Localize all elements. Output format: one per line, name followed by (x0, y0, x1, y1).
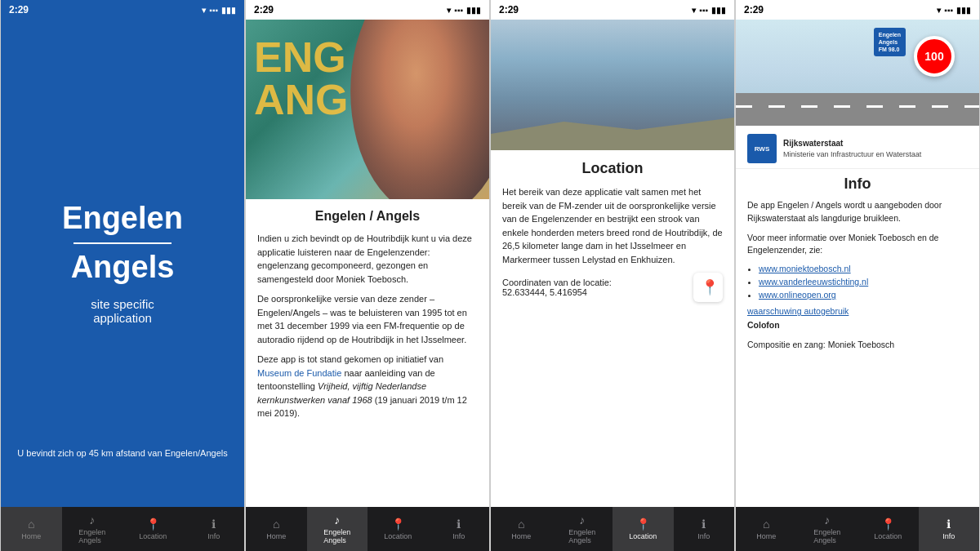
tab-info-3[interactable]: ℹ Info (674, 507, 735, 551)
tab-location-3[interactable]: 📍 Location (612, 507, 674, 551)
tab-bar-3: ⌂ Home ♪ EngelenAngels 📍 Location ℹ Info (491, 507, 734, 551)
battery-icon: ▮▮▮ (221, 6, 236, 15)
location-heading: Location (502, 160, 723, 177)
rws-emblem: RWS (747, 134, 777, 163)
status-icons-3: ▾ ▪▪▪ ▮▮▮ (692, 6, 726, 15)
wifi-icon-3: ▾ (692, 6, 696, 15)
status-icons-1: ▾ ▪▪▪ ▮▮▮ (202, 6, 236, 15)
home-title: Engelen Angels (62, 202, 183, 285)
home-icon-2: ⌂ (273, 518, 279, 531)
link-moniek[interactable]: www.moniektoebosch.nl (759, 264, 851, 273)
location-icon-4: 📍 (881, 518, 895, 531)
coords-label: Coordinaten van de locatie: (502, 278, 612, 287)
signal-icon: ▪▪▪ (209, 6, 218, 15)
info-icon-4: ℹ (947, 518, 951, 531)
tab-bar-1: ⌂ Home ♪ EngelenAngels 📍 Location ℹ Info (1, 507, 244, 551)
tab-info-2[interactable]: ℹ Info (429, 507, 490, 551)
status-bar-2: 2:29 ▾ ▪▪▪ ▮▮▮ (246, 0, 489, 20)
tab-info-1[interactable]: ℹ Info (184, 507, 245, 551)
tab-home-3[interactable]: ⌂ Home (491, 507, 552, 551)
tab-home-4[interactable]: ⌂ Home (736, 507, 797, 551)
coords-text: Coordinaten van de locatie: 52.633444, 5… (502, 278, 612, 297)
status-icons-4: ▾ ▪▪▪ ▮▮▮ (937, 6, 971, 15)
home-subtitle: site specificapplication (91, 297, 154, 325)
info-screen: 100 EngelenAngelsFM 98.0 RWS Rijkswaters… (736, 20, 979, 507)
info-para1: De app Engelen / Angels wordt u aangebod… (747, 199, 968, 225)
engelen-screen: ENGANG Engelen / Angels Indien u zich be… (246, 20, 489, 507)
info-para2: Voor meer informatie over Moniek Toebosc… (747, 232, 968, 258)
tab-bar-4: ⌂ Home ♪ EngelenAngels 📍 Location ℹ Info (736, 507, 979, 551)
phone-info: 2:29 ▾ ▪▪▪ ▮▮▮ 100 EngelenAngelsFM 98.0 … (735, 0, 980, 551)
home-distance: U bevindt zich op 45 km afstand van Enge… (1, 448, 244, 458)
link-onlineopen[interactable]: www.onlineopen.org (759, 290, 836, 300)
link-vanderleeuw[interactable]: www.vanderleeuwstichting.nl (759, 277, 868, 287)
tab-location-4[interactable]: 📍 Location (858, 507, 919, 551)
colofon-text: Compositie en zang: Moniek Toebosch (747, 339, 968, 352)
home-divider (74, 242, 172, 244)
phone-engelen: 2:29 ▾ ▪▪▪ ▮▮▮ ENGANG Engelen / Angels I… (245, 0, 490, 551)
location-screen: Location Het bereik van deze applicatie … (491, 20, 734, 507)
wifi-icon: ▾ (202, 6, 206, 15)
tab-engelen-3[interactable]: ♪ EngelenAngels (552, 507, 613, 551)
info-icon-2: ℹ (457, 518, 461, 531)
hero-text: ENGANG (254, 36, 349, 121)
info-icon-3: ℹ (702, 518, 706, 531)
museum-link[interactable]: Museum de Fundatie (257, 368, 341, 378)
rws-logo-row: RWS Rijkswaterstaat Ministerie van Infra… (736, 126, 979, 169)
time-2: 2:29 (254, 4, 274, 16)
coords-value: 52.633444, 5.416954 (502, 287, 612, 297)
tab-location-1[interactable]: 📍 Location (122, 507, 184, 551)
tab-location-2[interactable]: 📍 Location (368, 507, 429, 551)
engelen-hero-image: ENGANG (246, 20, 489, 199)
wifi-icon-2: ▾ (447, 6, 451, 15)
tab-engelen-4[interactable]: ♪ EngelenAngels (797, 507, 858, 551)
tab-engelen-2[interactable]: ♪ EngelenAngels (307, 507, 368, 551)
phone-home: 2:29 ▾ ▪▪▪ ▮▮▮ Engelen Angels site speci… (0, 0, 245, 551)
engelen-scroll[interactable]: Engelen / Angels Indien u zich bevindt o… (246, 199, 489, 507)
tab-engelen-1[interactable]: ♪ EngelenAngels (62, 507, 123, 551)
info-hero-image: 100 EngelenAngelsFM 98.0 (736, 20, 979, 126)
colofon-header: Colofon (747, 319, 968, 332)
engelen-para2: De oorspronkelijke versie van deze zende… (257, 292, 478, 346)
tab-bar-2: ⌂ Home ♪ EngelenAngels 📍 Location ℹ Info (246, 507, 489, 551)
engelen-para3: Deze app is tot stand gekomen op initiat… (257, 353, 478, 420)
exhibition-title: Vrijheid, vijftig Nederlandse kernkunstw… (257, 381, 426, 405)
engelen-para1: Indien u zich bevindt op de Houtribdijk … (257, 232, 478, 286)
time-3: 2:29 (499, 4, 519, 16)
google-maps-button[interactable]: 📍 (693, 273, 723, 302)
phone-location: 2:29 ▾ ▪▪▪ ▮▮▮ Location Het bereik van d… (490, 0, 735, 551)
wifi-icon-4: ▾ (937, 6, 941, 15)
home-icon-3: ⌂ (518, 518, 524, 531)
info-scroll[interactable]: Info De app Engelen / Angels wordt u aan… (736, 169, 979, 507)
status-bar-4: 2:29 ▾ ▪▪▪ ▮▮▮ (736, 0, 979, 20)
home-main: Engelen Angels site specificapplication (1, 20, 244, 507)
tab-home-2[interactable]: ⌂ Home (246, 507, 307, 551)
location-hero-image (491, 20, 734, 150)
engelen-icon-3: ♪ (579, 513, 585, 527)
engelen-icon-4: ♪ (824, 513, 830, 527)
info-links-list: www.moniektoebosch.nl www.vanderleeuwsti… (759, 264, 968, 300)
engelen-icon: ♪ (89, 513, 95, 527)
battery-icon-2: ▮▮▮ (466, 6, 481, 15)
warning-link[interactable]: waarschuwing autogebruik (747, 306, 849, 316)
time-1: 2:29 (9, 4, 29, 16)
engelen-icon-2: ♪ (334, 513, 340, 527)
road (736, 93, 979, 126)
coords-row: Coordinaten van de locatie: 52.633444, 5… (502, 273, 723, 302)
signal-icon-2: ▪▪▪ (454, 6, 463, 15)
location-icon-2: 📍 (391, 518, 405, 531)
home-icon-4: ⌂ (763, 518, 769, 531)
tab-info-4[interactable]: ℹ Info (919, 507, 980, 551)
signal-icon-4: ▪▪▪ (944, 6, 953, 15)
location-icon-3: 📍 (636, 518, 650, 531)
engelen-heading: Engelen / Angels (257, 209, 478, 224)
home-screen: Engelen Angels site specificapplication … (1, 20, 244, 507)
time-4: 2:29 (744, 4, 764, 16)
battery-icon-4: ▮▮▮ (956, 6, 971, 15)
location-scroll[interactable]: Location Het bereik van deze applicatie … (491, 150, 734, 507)
status-bar-1: 2:29 ▾ ▪▪▪ ▮▮▮ (1, 0, 244, 20)
tab-home-1[interactable]: ⌂ Home (1, 507, 62, 551)
info-icon: ℹ (212, 518, 216, 531)
speed-sign: 100 (914, 36, 955, 77)
aerial-land (491, 109, 734, 150)
